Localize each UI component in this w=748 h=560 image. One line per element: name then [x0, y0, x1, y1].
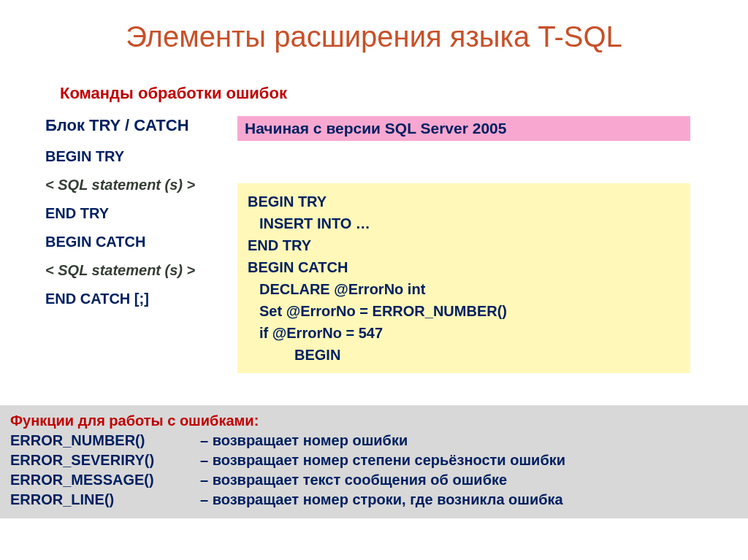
sql-statement-1: < SQL statement (s) > — [45, 177, 250, 193]
function-row: ERROR_LINE() – возвращает номер строки, … — [10, 490, 738, 510]
page-title: Элементы расширения языка T-SQL — [0, 0, 748, 53]
function-row: ERROR_SEVERIRY() – возвращает номер степ… — [10, 450, 738, 470]
sql-statement-2: < SQL statement (s) > — [45, 262, 250, 279]
function-name: ERROR_MESSAGE() — [10, 470, 200, 490]
code-line: DECLARE @ErrorNo int — [248, 278, 680, 300]
end-try: END TRY — [45, 205, 250, 222]
function-row: ERROR_MESSAGE() – возвращает текст сообщ… — [10, 470, 738, 490]
function-desc: – возвращает текст сообщения об ошибке — [200, 470, 507, 490]
block-title: Блок TRY / CATCH — [45, 116, 250, 135]
code-line: BEGIN — [248, 344, 680, 366]
function-name: ERROR_SEVERIRY() — [10, 450, 200, 470]
begin-try: BEGIN TRY — [45, 148, 250, 165]
code-line: END TRY — [248, 234, 680, 256]
function-desc: – возвращает номер ошибки — [200, 431, 408, 450]
code-example: BEGIN TRY INSERT INTO … END TRY BEGIN CA… — [237, 183, 690, 373]
code-line: BEGIN TRY — [248, 191, 680, 212]
function-name: ERROR_LINE() — [10, 490, 200, 510]
subtitle: Команды обработки ошибок — [60, 84, 748, 103]
code-line: if @ErrorNo = 547 — [248, 322, 680, 344]
version-note: Начиная с версии SQL Server 2005 — [237, 116, 690, 141]
function-desc: – возвращает номер степени серьёзности о… — [200, 450, 565, 470]
functions-box: Функции для работы с ошибками: ERROR_NUM… — [0, 405, 748, 518]
end-catch: END CATCH [;] — [45, 291, 250, 307]
function-name: ERROR_NUMBER() — [10, 431, 200, 450]
code-line: Set @ErrorNo = ERROR_NUMBER() — [248, 300, 680, 322]
function-desc: – возвращает номер строки, где возникла … — [200, 490, 563, 510]
function-row: ERROR_NUMBER() – возвращает номер ошибки — [10, 431, 738, 450]
left-column: Блок TRY / CATCH BEGIN TRY < SQL stateme… — [45, 116, 250, 319]
code-line: BEGIN CATCH — [248, 256, 680, 278]
functions-title: Функции для работы с ошибками: — [10, 411, 738, 431]
begin-catch: BEGIN CATCH — [45, 234, 250, 250]
code-line: INSERT INTO … — [248, 212, 680, 234]
